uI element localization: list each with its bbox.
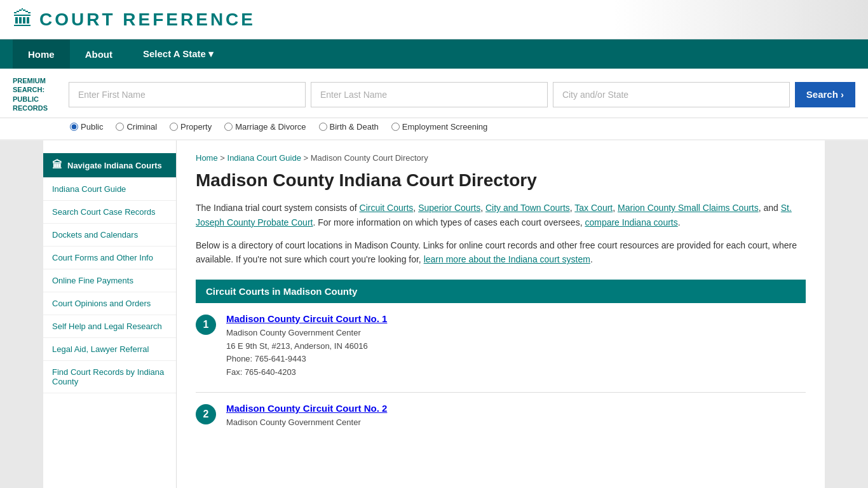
sidebar-item-label: Online Fine Payments xyxy=(52,276,133,285)
sidebar-item-self-help[interactable]: Self Help and Legal Research xyxy=(43,315,176,338)
court-divider-1 xyxy=(196,392,806,393)
sidebar-item-label: Court Opinions and Orders xyxy=(52,299,151,308)
nav-about[interactable]: About xyxy=(70,39,128,69)
breadcrumb: Home > Indiana Court Guide > Madison Cou… xyxy=(196,153,806,163)
logo-text: COURT REFERENCE xyxy=(39,10,255,30)
page-title: Madison County Indiana Court Directory xyxy=(196,170,806,191)
link-city-town-courts[interactable]: City and Town Courts xyxy=(485,203,570,213)
section-header-circuit-courts: Circuit Courts in Madison County xyxy=(196,280,806,303)
sidebar-item-label: Navigate Indiana Courts xyxy=(67,161,162,170)
nav-select-state[interactable]: Select A State ▾ xyxy=(128,39,229,69)
breadcrumb-indiana-guide[interactable]: Indiana Court Guide xyxy=(227,153,301,163)
link-marion-small-claims[interactable]: Marion County Small Claims Courts xyxy=(618,203,759,213)
sidebar: 🏛 Navigate Indiana Courts Indiana Court … xyxy=(43,140,177,488)
site-header: 🏛 COURT REFERENCE xyxy=(0,0,868,39)
sidebar-item-court-opinions[interactable]: Court Opinions and Orders xyxy=(43,292,176,315)
court-number-2: 2 xyxy=(196,404,216,424)
first-name-input[interactable] xyxy=(69,82,306,107)
link-compare-courts[interactable]: compare Indiana courts xyxy=(585,217,677,227)
sidebar-item-search-court-case-records[interactable]: Search Court Case Records xyxy=(43,201,176,224)
link-superior-courts[interactable]: Superior Courts xyxy=(418,203,480,213)
last-name-input[interactable] xyxy=(311,82,548,107)
main-content: 🏛 Navigate Indiana Courts Indiana Court … xyxy=(43,140,825,488)
search-type-row: Public Criminal Property Marriage & Divo… xyxy=(0,118,868,140)
court-item-2: 2 Madison County Circuit Court No. 2 Mad… xyxy=(196,403,806,430)
search-button[interactable]: Search › xyxy=(795,82,855,107)
sidebar-item-online-fine-payments[interactable]: Online Fine Payments xyxy=(43,269,176,292)
logo-icon: 🏛 xyxy=(13,8,33,31)
sidebar-item-court-forms[interactable]: Court Forms and Other Info xyxy=(43,247,176,269)
radio-public[interactable]: Public xyxy=(70,122,103,132)
sidebar-item-label: Legal Aid, Lawyer Referral xyxy=(52,344,149,354)
court-1-address: 16 E 9th St, #213, Anderson, IN 46016 xyxy=(226,340,387,353)
sidebar-item-label: Court Forms and Other Info xyxy=(52,253,153,262)
sidebar-item-indiana-court-guide[interactable]: Indiana Court Guide xyxy=(43,178,176,201)
court-item-1: 1 Madison County Circuit Court No. 1 Mad… xyxy=(196,313,806,379)
court-info-1: Madison County Circuit Court No. 1 Madis… xyxy=(226,313,387,379)
radio-property[interactable]: Property xyxy=(170,122,212,132)
intro-paragraph: The Indiana trial court system consists … xyxy=(196,201,806,229)
court-1-phone: Phone: 765-641-9443 xyxy=(226,353,387,366)
court-2-name-link[interactable]: Madison County Circuit Court No. 2 xyxy=(226,403,387,414)
main-nav: Home About Select A State ▾ xyxy=(0,39,868,69)
sidebar-item-navigate-indiana-courts[interactable]: 🏛 Navigate Indiana Courts xyxy=(43,153,176,178)
breadcrumb-home[interactable]: Home xyxy=(196,153,218,163)
city-state-input[interactable] xyxy=(553,82,790,107)
breadcrumb-current: Madison County Court Directory xyxy=(311,153,428,163)
logo[interactable]: 🏛 COURT REFERENCE xyxy=(13,8,255,31)
sidebar-item-legal-aid[interactable]: Legal Aid, Lawyer Referral xyxy=(43,338,176,361)
court-1-building: Madison County Government Center xyxy=(226,327,387,340)
radio-marriage-divorce[interactable]: Marriage & Divorce xyxy=(224,122,306,132)
radio-employment[interactable]: Employment Screening xyxy=(391,122,487,132)
court-number-1: 1 xyxy=(196,315,216,335)
search-bar: PREMIUM SEARCH: PUBLIC RECORDS Search › xyxy=(0,69,868,118)
court-2-building: Madison County Government Center xyxy=(226,416,387,430)
court-1-name-link[interactable]: Madison County Circuit Court No. 1 xyxy=(226,313,387,324)
courthouse-icon: 🏛 xyxy=(52,159,62,171)
link-tax-court[interactable]: Tax Court xyxy=(574,203,613,213)
radio-criminal[interactable]: Criminal xyxy=(116,122,157,132)
court-1-fax: Fax: 765-640-4203 xyxy=(226,366,387,379)
sidebar-item-label: Self Help and Legal Research xyxy=(52,322,162,331)
sidebar-item-label: Dockets and Calendars xyxy=(52,230,138,240)
link-circuit-courts[interactable]: Circuit Courts xyxy=(360,203,414,213)
page-content: Home > Indiana Court Guide > Madison Cou… xyxy=(177,140,825,488)
body-paragraph: Below is a directory of court locations … xyxy=(196,238,806,267)
sidebar-item-label: Find Court Records by Indiana County xyxy=(52,367,167,386)
search-label: PREMIUM SEARCH: PUBLIC RECORDS xyxy=(13,76,64,112)
sidebar-item-label: Indiana Court Guide xyxy=(52,184,126,194)
court-info-2: Madison County Circuit Court No. 2 Madis… xyxy=(226,403,387,430)
sidebar-item-label: Search Court Case Records xyxy=(52,207,156,217)
sidebar-item-dockets-calendars[interactable]: Dockets and Calendars xyxy=(43,224,176,247)
header-background xyxy=(614,0,868,39)
nav-home[interactable]: Home xyxy=(13,39,70,69)
radio-birth-death[interactable]: Birth & Death xyxy=(319,122,379,132)
sidebar-item-find-court-records[interactable]: Find Court Records by Indiana County xyxy=(43,361,176,393)
link-learn-more[interactable]: learn more about the Indiana court syste… xyxy=(424,254,590,264)
